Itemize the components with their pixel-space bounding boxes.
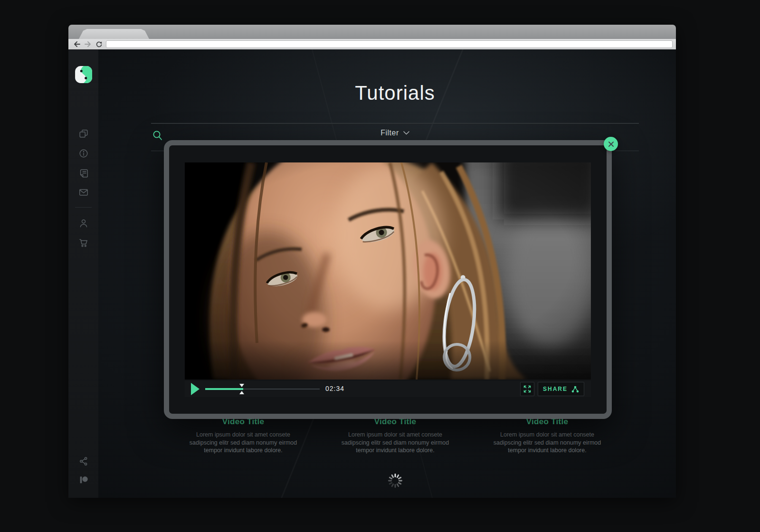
video-card[interactable]: Video Title Lorem ipsum dolor sit amet c… bbox=[329, 417, 462, 455]
share-button[interactable]: SHARE bbox=[538, 382, 584, 396]
video-card-description: Lorem ipsum dolor sit amet consete sadip… bbox=[493, 431, 601, 455]
spinner-icon bbox=[387, 473, 403, 489]
video-card[interactable]: Video Title Lorem ipsum dolor sit amet c… bbox=[481, 417, 614, 455]
sidebar-divider bbox=[75, 207, 92, 208]
address-bar[interactable] bbox=[106, 40, 673, 48]
filter-row: Filter bbox=[151, 129, 639, 137]
page-title: Tutorials bbox=[151, 82, 639, 104]
patreon-icon[interactable] bbox=[77, 474, 90, 486]
browser-tab[interactable] bbox=[79, 29, 149, 39]
notes-icon[interactable] bbox=[77, 167, 90, 180]
user-icon[interactable] bbox=[77, 217, 90, 229]
browser-window: Tutorials Filter Video Title Lorem ipsum… bbox=[68, 25, 676, 498]
video-card-description: Lorem ipsum dolor sit amet consete sadip… bbox=[189, 431, 297, 455]
player-controls: 02:34 SHARE bbox=[185, 381, 591, 397]
refresh-icon[interactable] bbox=[95, 40, 103, 48]
copy-icon[interactable] bbox=[77, 127, 90, 140]
close-icon[interactable] bbox=[604, 137, 618, 151]
share-button-label: SHARE bbox=[543, 386, 568, 392]
progress-bar[interactable] bbox=[205, 389, 320, 390]
info-icon[interactable] bbox=[77, 147, 90, 160]
browser-titlebar bbox=[68, 25, 676, 39]
title-divider bbox=[151, 123, 639, 124]
video-frame[interactable] bbox=[185, 162, 591, 380]
time-display: 02:34 bbox=[325, 385, 344, 392]
filter-label: Filter bbox=[380, 129, 399, 137]
cart-icon[interactable] bbox=[77, 237, 90, 249]
filter-dropdown[interactable]: Filter bbox=[380, 129, 409, 137]
yin-yang-logo-icon[interactable] bbox=[75, 66, 93, 84]
progress-fill bbox=[205, 388, 243, 390]
chevron-down-icon bbox=[403, 131, 409, 135]
desktop-background: Tutorials Filter Video Title Lorem ipsum… bbox=[0, 0, 760, 532]
video-card[interactable]: Video Title Lorem ipsum dolor sit amet c… bbox=[177, 417, 310, 455]
app-content: Tutorials Filter Video Title Lorem ipsum… bbox=[68, 49, 676, 498]
video-modal: 02:34 SHARE bbox=[164, 140, 612, 419]
forward-icon[interactable] bbox=[84, 40, 92, 48]
fullscreen-icon bbox=[523, 385, 532, 393]
sidebar bbox=[68, 49, 98, 498]
fullscreen-button[interactable] bbox=[520, 382, 534, 396]
share-icon[interactable] bbox=[77, 455, 90, 467]
play-icon[interactable] bbox=[191, 383, 200, 395]
video-card-description: Lorem ipsum dolor sit amet consete sadip… bbox=[341, 431, 449, 455]
mail-icon[interactable] bbox=[77, 186, 90, 199]
browser-toolbar bbox=[68, 39, 676, 49]
scrubber-handle[interactable] bbox=[239, 384, 244, 394]
back-icon[interactable] bbox=[73, 40, 81, 48]
share-nodes-icon bbox=[571, 386, 579, 393]
